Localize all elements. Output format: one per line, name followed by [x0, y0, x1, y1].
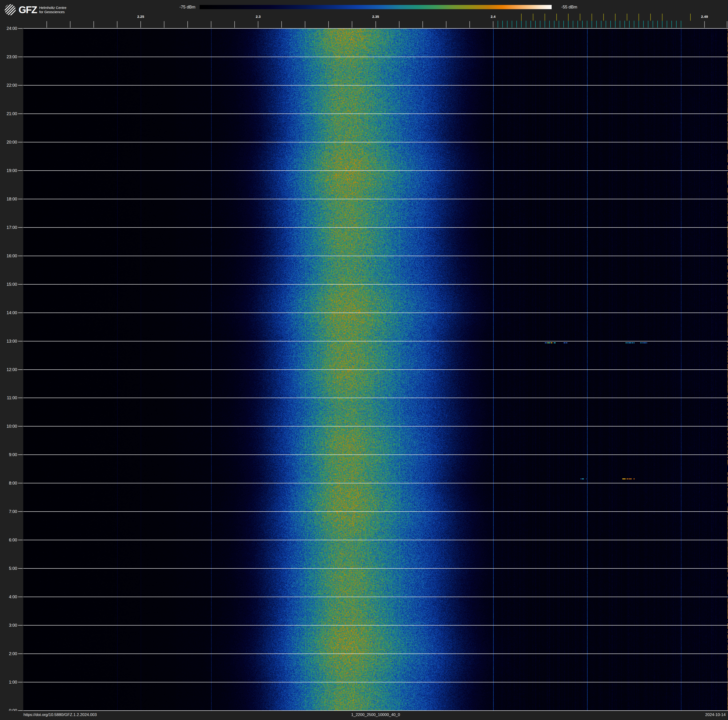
gfz-subtitle-line1: Helmholtz Centre: [39, 6, 66, 10]
hour-tick: [18, 85, 23, 86]
hour-gridline: [23, 341, 728, 342]
freq-tick-ble-channel: [573, 21, 573, 28]
hour-tick: [18, 540, 23, 540]
time-label: 10:00: [0, 424, 17, 429]
time-label: 4:00: [0, 594, 17, 599]
freq-tick-minor: [704, 21, 705, 28]
gfz-logo: GFZ Helmholtz Centre for Geosciences: [5, 4, 66, 15]
freq-tick-minor: [234, 21, 235, 28]
hour-gridline: [23, 199, 728, 199]
freq-tick-ble-channel: [502, 21, 503, 28]
hour-tick: [18, 142, 23, 142]
time-label: 6:00: [0, 538, 17, 542]
hour-tick: [18, 369, 23, 370]
freq-tick-ble-channel: [662, 21, 662, 28]
hour-tick: [18, 227, 23, 228]
freq-tick-wifi-channel: [603, 14, 604, 21]
freq-tick-ble-channel: [634, 21, 634, 28]
freq-tick-wifi-channel: [568, 14, 569, 21]
time-label: 13:00: [0, 339, 17, 344]
freq-tick-ble-channel: [610, 21, 611, 28]
time-label: 21:00: [0, 111, 17, 116]
hour-tick: [18, 113, 23, 114]
freq-tick-wifi-channel: [639, 14, 639, 21]
freq-tick-ble-channel: [624, 21, 625, 28]
freq-tick-ble-channel: [521, 21, 522, 28]
freq-tick-minor: [211, 21, 211, 28]
freq-tick-minor: [422, 21, 423, 28]
freq-tick-minor: [164, 21, 164, 28]
hour-gridline: [23, 625, 728, 625]
hour-gridline: [23, 28, 728, 29]
freq-tick-ble-channel: [554, 21, 554, 28]
hour-tick: [18, 426, 23, 426]
freq-tick-ble-channel: [629, 21, 630, 28]
hour-gridline: [23, 227, 728, 228]
freq-tick-minor: [281, 21, 282, 28]
freq-tick-wifi-channel: [592, 14, 592, 21]
hour-tick: [18, 170, 23, 171]
freq-tick-ble-channel: [516, 21, 517, 28]
freq-tick-ble-channel: [643, 21, 644, 28]
time-label: 24:00: [0, 26, 17, 31]
hour-tick: [18, 313, 23, 313]
hour-gridline: [23, 654, 728, 654]
freq-tick-ble-channel: [592, 21, 592, 28]
hour-tick: [18, 256, 23, 256]
freq-tick-ble-channel: [671, 21, 672, 28]
hour-gridline: [23, 369, 728, 370]
hour-tick: [18, 199, 23, 199]
freq-tick-wifi-channel: [662, 14, 662, 21]
hour-tick: [18, 682, 23, 682]
freq-axis-label: 2.25: [131, 14, 150, 19]
time-label: 1:00: [0, 680, 17, 685]
colorbar-min-label: -75 dBm: [150, 5, 196, 10]
time-label: 23:00: [0, 54, 17, 60]
freq-tick-ble-channel: [601, 21, 601, 28]
freq-tick-ble-channel: [544, 21, 545, 28]
freq-tick-ble-channel: [507, 21, 508, 28]
freq-tick-ble-channel: [540, 21, 540, 28]
hour-gridline: [23, 540, 728, 540]
freq-tick-wifi-channel: [521, 14, 522, 21]
freq-tick-minor: [187, 21, 188, 28]
hour-gridline: [23, 142, 728, 142]
hour-tick: [18, 625, 23, 625]
hour-gridline: [23, 256, 728, 256]
hour-gridline: [23, 284, 728, 285]
time-label: 17:00: [0, 225, 17, 230]
freq-tick-minor: [352, 21, 352, 28]
freq-tick-ble-channel: [615, 21, 615, 28]
freq-axis-label: 2.49: [695, 14, 714, 19]
freq-tick-ble-channel: [596, 21, 597, 28]
freq-tick-ble-channel: [587, 21, 587, 28]
hour-gridline: [23, 597, 728, 597]
time-label: 11:00: [0, 395, 17, 400]
colorbar-max-label: -55 dBm: [561, 5, 608, 10]
hour-tick: [18, 483, 23, 483]
freq-tick-ble-channel: [681, 21, 681, 28]
hour-gridline: [23, 57, 728, 57]
freq-tick-ble-channel: [639, 21, 639, 28]
hour-gridline: [23, 483, 728, 483]
freq-tick-ble-channel: [535, 21, 536, 28]
hour-gridline: [23, 511, 728, 512]
freq-tick-ble-channel: [559, 21, 559, 28]
freq-tick-minor: [376, 21, 376, 28]
gfz-brand: GFZ: [18, 4, 37, 15]
freq-axis-label: 2.35: [366, 14, 385, 19]
freq-tick-wifi-channel: [690, 14, 691, 21]
hour-tick: [18, 284, 23, 285]
freq-tick-minor: [470, 21, 470, 28]
hour-tick: [18, 341, 23, 342]
hour-gridline: [23, 455, 728, 455]
hour-gridline: [23, 113, 728, 114]
freq-tick-minor: [727, 21, 727, 28]
freq-tick-minor: [93, 21, 94, 28]
time-label: 9:00: [0, 452, 17, 457]
gfz-globe-icon: [5, 4, 16, 15]
time-label: 19:00: [0, 168, 17, 173]
hour-tick: [18, 28, 23, 29]
time-label: 8:00: [0, 481, 17, 486]
freq-tick-minor: [141, 21, 141, 28]
